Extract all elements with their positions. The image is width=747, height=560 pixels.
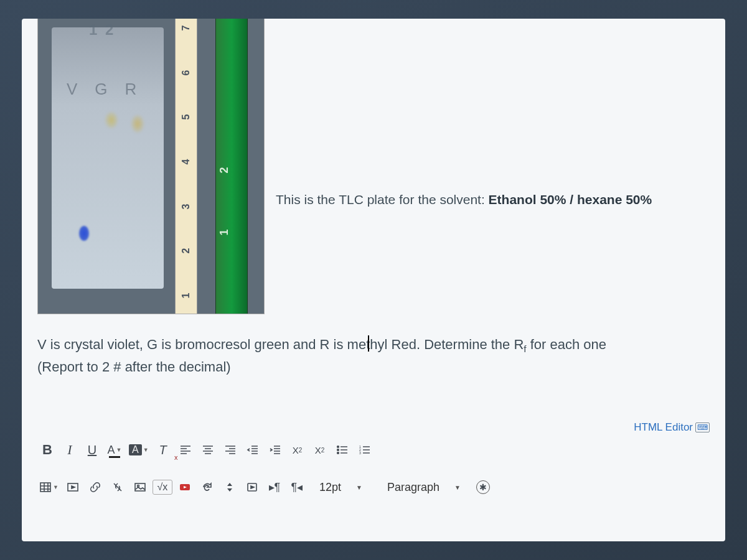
image-button[interactable] bbox=[130, 477, 150, 497]
highlight-color-button[interactable]: A▼ bbox=[127, 440, 151, 460]
spot-v bbox=[79, 226, 89, 241]
bullet-list-button[interactable] bbox=[332, 440, 352, 460]
clear-formatting-button[interactable]: Tx bbox=[153, 440, 173, 460]
glass-numbers: 1 2 bbox=[89, 21, 115, 39]
accessibility-button[interactable]: ✱ bbox=[473, 477, 493, 497]
rtl-button[interactable]: ¶◂ bbox=[287, 477, 307, 497]
subscript-button[interactable]: X2 bbox=[310, 440, 330, 460]
spot-r bbox=[131, 115, 144, 133]
link-button[interactable] bbox=[85, 477, 105, 497]
ruler: 1 2 3 4 5 6 7 bbox=[175, 19, 197, 314]
plate-labels: VGR bbox=[67, 80, 154, 99]
paragraph-style-select[interactable]: Paragraph ▼ bbox=[383, 478, 464, 496]
bold-button[interactable]: B bbox=[37, 440, 57, 460]
align-right-button[interactable] bbox=[220, 440, 240, 460]
svg-point-1 bbox=[337, 449, 339, 451]
chevron-down-icon: ▼ bbox=[116, 447, 122, 453]
svg-point-2 bbox=[337, 452, 339, 454]
chevron-down-icon: ▼ bbox=[454, 484, 461, 491]
redo-button[interactable] bbox=[197, 477, 217, 497]
ltr-button[interactable]: ▸¶ bbox=[265, 477, 284, 497]
font-color-button[interactable]: A▼ bbox=[105, 440, 125, 460]
chevron-down-icon: ▼ bbox=[53, 484, 59, 490]
align-left-button[interactable] bbox=[176, 440, 195, 460]
image-caption: This is the TLC plate for the solvent: E… bbox=[276, 19, 652, 210]
chevron-down-icon: ▼ bbox=[356, 484, 362, 491]
green-ruler: 1 2 bbox=[215, 19, 248, 314]
keyboard-icon: ⌨ bbox=[695, 422, 710, 432]
table-button[interactable]: ▼ bbox=[37, 477, 60, 497]
svg-point-0 bbox=[337, 446, 339, 448]
question-text: V is crystal violet, G is bromocresol gr… bbox=[37, 334, 710, 378]
italic-button[interactable]: I bbox=[60, 440, 80, 460]
underline-button[interactable]: U bbox=[82, 440, 102, 460]
caption-bold: Ethanol 50% / hexane 50% bbox=[489, 192, 652, 207]
svg-rect-6 bbox=[40, 483, 50, 492]
align-center-button[interactable] bbox=[198, 440, 218, 460]
media-embed-button[interactable] bbox=[63, 477, 83, 497]
play-button[interactable] bbox=[242, 477, 262, 497]
svg-rect-8 bbox=[135, 483, 145, 491]
content-row: 1 2 VGR 1 2 3 4 5 6 7 1 2 bbox=[37, 19, 710, 314]
math-equation-button[interactable]: √x bbox=[153, 480, 172, 495]
text-cursor: t bbox=[366, 337, 370, 352]
indent-button[interactable] bbox=[265, 440, 285, 460]
spot-g bbox=[105, 112, 118, 128]
tlc-photo: 1 2 VGR 1 2 3 4 5 6 7 1 2 bbox=[37, 19, 265, 314]
question-panel: 1 2 VGR 1 2 3 4 5 6 7 1 2 bbox=[22, 19, 725, 541]
editor-toolbar: B I U A▼ A▼ Tx X2 X2 123 ▼ √x ▸¶ ¶◂ 12pt… bbox=[37, 437, 710, 500]
outdent-button[interactable] bbox=[243, 440, 263, 460]
accessibility-icon: ✱ bbox=[476, 480, 490, 494]
svg-text:3: 3 bbox=[359, 451, 361, 455]
number-list-button[interactable]: 123 bbox=[355, 440, 375, 460]
font-size-select[interactable]: 12pt ▼ bbox=[316, 478, 366, 496]
chevron-down-icon: ▼ bbox=[143, 447, 149, 453]
caption-prefix: This is the TLC plate for the solvent: bbox=[276, 192, 489, 207]
tlc-plate: 1 2 VGR bbox=[52, 27, 164, 289]
superscript-button[interactable]: X2 bbox=[288, 440, 308, 460]
unlink-button[interactable] bbox=[108, 477, 128, 497]
record-button[interactable] bbox=[175, 477, 195, 497]
expand-button[interactable] bbox=[220, 477, 240, 497]
html-editor-toggle[interactable]: HTML Editor ⌨ bbox=[37, 421, 710, 434]
